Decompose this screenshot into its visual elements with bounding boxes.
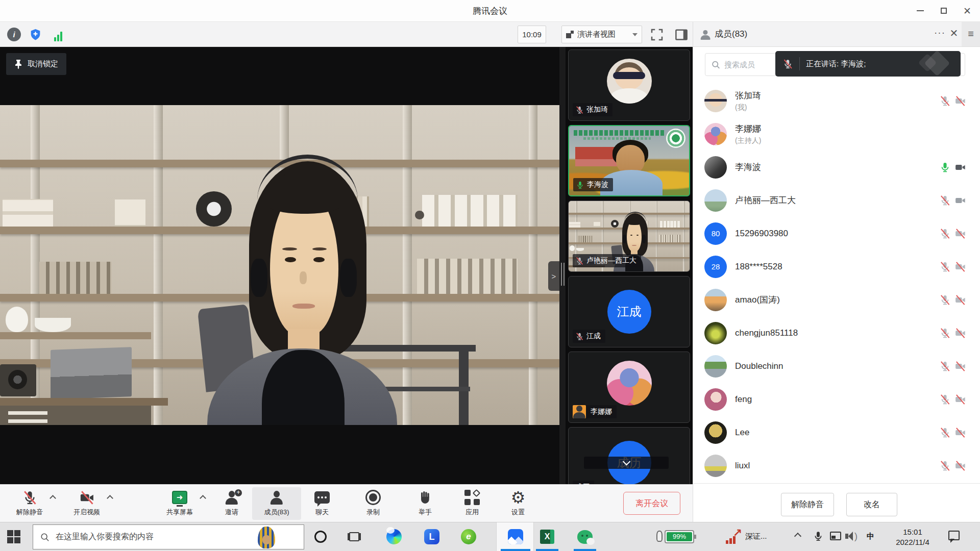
video-thumbnail[interactable]: 李娜娜 (568, 352, 690, 423)
chat-icon (314, 491, 330, 504)
video-thumbnail[interactable]: 张加琦 (568, 49, 690, 121)
member-avatar (704, 322, 727, 344)
power-plug-icon (656, 531, 663, 542)
rename-button[interactable]: 改名 (846, 493, 897, 516)
side-panel-toggle-button[interactable] (674, 27, 689, 42)
leave-meeting-button[interactable]: 离开会议 (623, 492, 680, 515)
wechat-taskbar-item[interactable] (577, 529, 593, 545)
tray-time-value: 15:01 (889, 527, 936, 537)
toolbar-apps-button[interactable]: 应用 (448, 488, 497, 517)
record-icon (365, 490, 381, 505)
window-title: 腾讯会议 (0, 0, 980, 22)
network-signal-icon[interactable] (51, 28, 65, 41)
member-avatar (704, 455, 727, 477)
toolbar-record-button[interactable]: 录制 (349, 488, 398, 517)
member-row[interactable]: 28 188****5528 (693, 250, 980, 283)
start-button[interactable] (7, 530, 20, 543)
members-icon (700, 30, 710, 40)
toolbar-chat-button[interactable]: 聊天 (298, 488, 347, 517)
toolbar-unmute-button[interactable]: 解除静音 (5, 488, 54, 517)
mic-status-icon (939, 427, 951, 438)
member-avatar (704, 289, 727, 311)
fullscreen-button[interactable] (649, 27, 665, 42)
toolbar-item-label: 聊天 (315, 508, 329, 517)
excel-taskbar-item[interactable]: X (539, 529, 555, 545)
meeting-info-icon[interactable]: i (7, 28, 21, 41)
search-highlight-image[interactable] (258, 527, 275, 548)
member-row[interactable]: chengjun851118 (693, 316, 980, 349)
member-row[interactable]: 张加琦 (我) (693, 84, 980, 117)
toolbar-item-label: 设置 (511, 508, 525, 517)
tencent-meeting-taskbar-item[interactable] (496, 522, 534, 551)
participant-label: 李娜娜 (573, 405, 621, 418)
ime-indicator[interactable]: 中 (867, 532, 874, 541)
unmute-button[interactable]: 解除静音 (781, 493, 834, 516)
mic-muted-icon (575, 332, 584, 341)
toolbar-raise-hand-button[interactable]: 举手 (401, 488, 450, 517)
minimize-button[interactable] (909, 0, 932, 21)
more-options-icon[interactable]: ··· (932, 26, 947, 41)
video-scene (0, 105, 559, 425)
toolbar-item-label: 录制 (366, 508, 380, 517)
scroll-more-indicator[interactable] (584, 457, 669, 469)
member-name: 卢艳丽—西工大 (735, 194, 796, 206)
video-thumbnail[interactable]: 成历 成历 (568, 427, 690, 484)
close-button[interactable]: ✕ (955, 0, 979, 21)
tray-mic-icon[interactable] (813, 530, 824, 543)
member-name: feng (735, 394, 752, 405)
participant-name: 卢艳丽—西工大 (586, 256, 636, 265)
toolbar-members-button[interactable]: 成员(83) (252, 487, 301, 520)
360-browser-icon[interactable]: e (460, 529, 477, 545)
expand-chevron[interactable] (107, 495, 113, 502)
member-name: Doublechinn (735, 361, 783, 371)
expand-chevron[interactable] (200, 495, 206, 502)
view-mode-selector[interactable]: 演讲者视图 (561, 26, 642, 43)
taskbar-search[interactable]: 在这里输入你要搜索的内容 (33, 524, 304, 549)
toolbar-invite-button[interactable]: + 邀请 (207, 488, 256, 517)
toolbar-settings-button[interactable]: ⚙ 设置 (494, 488, 543, 517)
member-row[interactable]: 李娜娜 (主持人) (693, 117, 980, 151)
member-row[interactable]: 80 15296903980 (693, 217, 980, 250)
hidden-icons-chevron[interactable] (794, 533, 801, 540)
member-row[interactable]: liuxl (693, 449, 980, 482)
edge-icon[interactable] (386, 529, 402, 545)
hamburger-menu-icon[interactable]: ≡ (962, 22, 980, 46)
participant-label: 张加琦 (573, 103, 612, 116)
member-row[interactable]: feng (693, 383, 980, 416)
top-toolbar: i 10:09 演讲者视图 成员(83) ··· ✕ ≡ (0, 22, 980, 47)
main-speaker-video[interactable]: 取消锁定 (0, 47, 559, 484)
task-view-icon[interactable] (346, 529, 362, 545)
cortana-icon[interactable] (312, 529, 329, 545)
toolbar-item-label: 共享屏幕 (166, 508, 193, 517)
meeting-security-icon[interactable] (29, 28, 42, 41)
tray-clock[interactable]: 15:01 2022/11/4 (889, 527, 936, 547)
lenovo-browser-icon[interactable]: L (424, 529, 440, 545)
member-row[interactable]: Lee (693, 416, 980, 449)
member-row[interactable]: Doublechinn (693, 349, 980, 383)
battery-indicator[interactable]: 99% (665, 530, 694, 543)
toolbar-start-video-button[interactable]: 开启视频 (62, 488, 111, 517)
resize-handle[interactable] (559, 47, 566, 484)
stock-ticker-label[interactable]: 深证... (745, 532, 767, 541)
member-avatar: 28 (704, 256, 727, 278)
mic-status-icon (939, 161, 951, 173)
stock-app-icon[interactable] (726, 530, 741, 544)
speaker-icon[interactable] (848, 532, 853, 541)
video-thumbnail[interactable]: 江成 江成 (568, 276, 690, 347)
toolbar-share-screen-button[interactable]: ➜ 共享屏幕 (155, 488, 204, 517)
participant-label: 成历 (573, 481, 594, 484)
video-thumbnail-speaking[interactable]: 李海波 (568, 125, 690, 196)
member-avatar (704, 189, 727, 212)
panel-close-icon[interactable]: ✕ (947, 26, 961, 41)
expand-chevron[interactable] (50, 495, 56, 502)
member-row[interactable]: amao(国涛) (693, 283, 980, 316)
action-center-icon[interactable] (948, 531, 960, 540)
member-row[interactable]: 卢艳丽—西工大 (693, 184, 980, 217)
video-thumbnail[interactable]: 卢艳丽—西工大 (568, 201, 690, 272)
windows-taskbar: 在这里输入你要搜索的内容 L e X 99% 深证... 中 15:01 202… (0, 522, 980, 551)
network-display-icon[interactable] (830, 532, 841, 540)
member-row[interactable]: 李海波 (693, 151, 980, 184)
collapse-thumbnails-button[interactable]: > (548, 261, 559, 291)
unpin-button[interactable]: 取消锁定 (6, 53, 66, 75)
maximize-button[interactable] (932, 0, 955, 21)
